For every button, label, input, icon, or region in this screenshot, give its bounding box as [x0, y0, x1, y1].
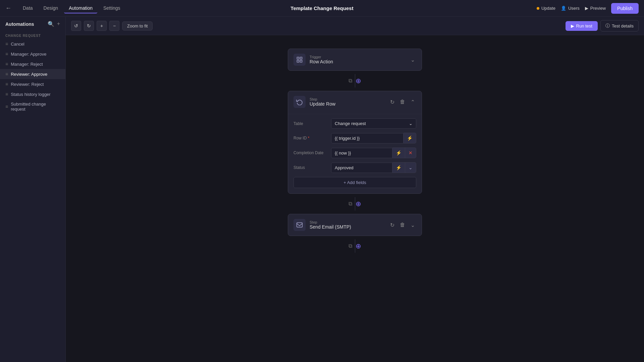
test-details-button[interactable]: ⓘ Test details — [600, 20, 639, 32]
sidebar-item-label: Status history logger — [11, 92, 51, 97]
publish-button[interactable]: Publish — [611, 3, 639, 14]
step2-expand-button[interactable]: ⌄ — [409, 221, 416, 230]
branch-icon-3[interactable]: ⧉ — [348, 243, 352, 249]
add-step-icon-1[interactable]: ⊕ — [356, 77, 361, 85]
trigger-card: Trigger Row Action ⌄ — [288, 49, 422, 71]
step1-collapse-button[interactable]: ⌃ — [409, 98, 416, 107]
nav-tabs: Data Design Automation Settings — [18, 3, 537, 13]
sidebar-item-label: Submitted change request — [11, 102, 60, 112]
status-dynamic-button[interactable]: ⚡ — [392, 162, 405, 173]
play-icon: ▶ — [571, 23, 574, 28]
undo-button[interactable]: ↺ — [71, 21, 81, 31]
sidebar-header-icons: 🔍 + — [48, 21, 60, 27]
step1-icon-label: Step Update Row — [293, 96, 335, 108]
sidebar-item-cancel[interactable]: ≡ Cancel — [0, 39, 65, 49]
canvas-toolbar: ↺ ↻ + − Zoom to fit ▶ Run test ⓘ Test de… — [66, 17, 644, 35]
completion-date-input[interactable]: {{ now }} — [331, 148, 392, 158]
preview-button[interactable]: ▶ Preview — [585, 6, 606, 11]
svg-rect-4 — [297, 223, 303, 227]
add-automation-icon[interactable]: + — [57, 21, 60, 27]
automation-icon: ≡ — [5, 71, 8, 77]
status-dropdown-button[interactable]: ⌄ — [405, 162, 416, 173]
add-step-icon-3[interactable]: ⊕ — [356, 242, 361, 250]
table-field-row: Table Change request ⌄ — [293, 118, 416, 129]
branch-icon-2[interactable]: ⧉ — [348, 201, 352, 207]
zoom-fit-button[interactable]: Zoom to fit — [122, 21, 153, 31]
step1-label-group: Step Update Row — [310, 97, 335, 107]
zoom-out-button[interactable]: − — [109, 21, 119, 31]
main-layout: Automations 🔍 + CHANGE REQUEST ≡ Cancel … — [0, 17, 644, 362]
trigger-card-actions: ⌄ — [409, 55, 416, 64]
sidebar-item-label: Manager: Approve — [11, 52, 46, 57]
step2-card-header: Step Send Email (SMTP) ↻ 🗑 ⌄ — [288, 214, 422, 236]
step1-card-icon — [293, 96, 306, 108]
sidebar: Automations 🔍 + CHANGE REQUEST ≡ Cancel … — [0, 17, 66, 362]
redo-button[interactable]: ↻ — [84, 21, 94, 31]
nav-right: Update 👤 Users ▶ Preview Publish — [537, 3, 639, 14]
add-fields-button[interactable]: + Add fields — [293, 177, 416, 188]
branch-icon-1[interactable]: ⧉ — [348, 78, 352, 84]
sidebar-item-label: Manager: Reject — [11, 62, 43, 67]
automation-icon: ≡ — [5, 41, 8, 47]
run-test-button[interactable]: ▶ Run test — [566, 21, 598, 31]
step2-card-icon — [293, 219, 306, 231]
sidebar-item-manager-reject[interactable]: ≡ Manager: Reject — [0, 59, 65, 69]
completion-date-clear-button[interactable]: ✕ — [405, 147, 416, 158]
preview-label: Preview — [590, 6, 606, 11]
automation-flow-container: Trigger Row Action ⌄ — [66, 35, 644, 269]
step1-label-small: Step — [310, 97, 335, 101]
table-field-select[interactable]: Change request ⌄ — [331, 118, 416, 129]
status-input-group: Approved ⚡ ⌄ — [331, 162, 416, 173]
sidebar-item-reviewer-reject[interactable]: ≡ Reviewer: Reject — [0, 79, 65, 89]
connector-3: ⧉ ⊕ — [355, 236, 355, 256]
automation-icon: ≡ — [5, 81, 8, 87]
table-select-chevron: ⌄ — [409, 121, 413, 126]
step2-delete-button[interactable]: 🗑 — [398, 221, 407, 229]
tab-design[interactable]: Design — [39, 3, 63, 13]
back-button[interactable]: ← — [5, 5, 11, 12]
completion-date-dynamic-button[interactable]: ⚡ — [392, 147, 405, 158]
step2-card: Step Send Email (SMTP) ↻ 🗑 ⌄ — [288, 214, 422, 236]
update-button[interactable]: Update — [537, 6, 555, 11]
automation-icon: ≡ — [5, 61, 8, 67]
trigger-icon-label: Trigger Row Action — [293, 54, 333, 66]
trigger-card-header: Trigger Row Action ⌄ — [288, 49, 422, 70]
completion-date-field-row: Completion Date {{ now }} ⚡ ✕ — [293, 147, 416, 158]
top-nav: ← Data Design Automation Settings Templa… — [0, 0, 644, 17]
trigger-expand-button[interactable]: ⌄ — [409, 55, 416, 64]
sidebar-item-status-history[interactable]: ≡ Status history logger — [0, 89, 65, 99]
run-test-label: Run test — [576, 23, 592, 28]
add-step-icon-2[interactable]: ⊕ — [356, 200, 361, 208]
step1-refresh-button[interactable]: ↻ — [389, 98, 396, 107]
connector-2: ⧉ ⊕ — [355, 194, 355, 214]
search-icon[interactable]: 🔍 — [48, 21, 54, 27]
row-id-dynamic-button[interactable]: ⚡ — [404, 133, 416, 143]
sidebar-item-submitted[interactable]: ≡ Submitted change request — [0, 99, 65, 114]
trigger-label-group: Trigger Row Action — [310, 55, 333, 64]
status-input[interactable]: Approved — [331, 163, 392, 173]
preview-icon: ▶ — [585, 6, 588, 11]
automation-icon: ≡ — [5, 51, 8, 57]
step1-card-actions: ↻ 🗑 ⌃ — [389, 98, 416, 107]
update-label: Update — [541, 6, 555, 11]
users-button[interactable]: 👤 Users — [561, 6, 580, 11]
row-id-input[interactable]: {{ trigger.id }} — [331, 133, 404, 143]
automation-canvas: Trigger Row Action ⌄ — [66, 35, 644, 362]
sidebar-item-reviewer-approve[interactable]: ≡ Reviewer: Approve — [0, 69, 65, 79]
tab-settings[interactable]: Settings — [99, 3, 125, 13]
row-id-field-row: Row ID * {{ trigger.id }} ⚡ — [293, 133, 416, 143]
users-icon: 👤 — [561, 6, 566, 11]
sidebar-item-label: Reviewer: Reject — [11, 82, 44, 87]
svg-rect-3 — [300, 60, 302, 62]
svg-rect-1 — [300, 57, 302, 59]
page-title: Template Change Request — [290, 5, 353, 11]
step1-delete-button[interactable]: 🗑 — [398, 98, 407, 106]
zoom-in-button[interactable]: + — [97, 21, 107, 31]
step2-refresh-button[interactable]: ↻ — [389, 221, 396, 230]
row-id-required: * — [308, 136, 310, 140]
svg-rect-2 — [297, 60, 299, 62]
automation-flow: Trigger Row Action ⌄ — [284, 49, 425, 256]
tab-data[interactable]: Data — [18, 3, 38, 13]
tab-automation[interactable]: Automation — [64, 3, 97, 13]
sidebar-item-manager-approve[interactable]: ≡ Manager: Approve — [0, 49, 65, 59]
